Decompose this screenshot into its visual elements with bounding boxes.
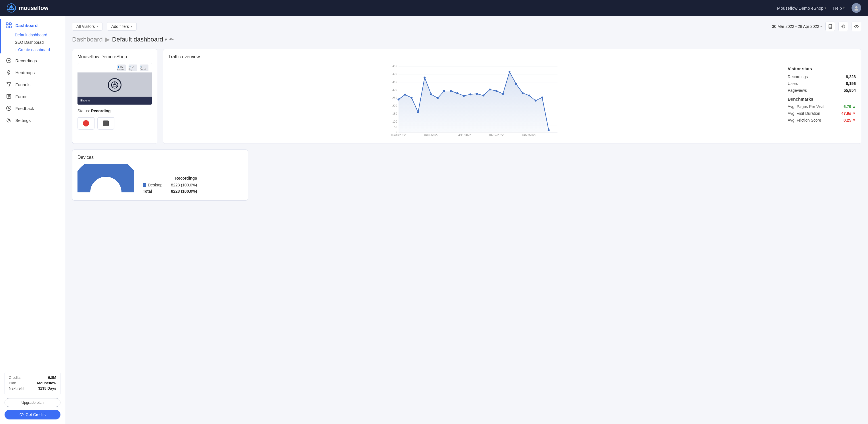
svg-text:400: 400 xyxy=(392,73,397,76)
visitors-filter-button[interactable]: All Visitors ▾ xyxy=(72,22,102,31)
bench-val-friction: 0.25 xyxy=(844,118,851,122)
sidebar-sub-seo-dashboard[interactable]: SEO Dashborad xyxy=(15,39,65,46)
topnav-right: Mouseflow Demo eShop ▾ Help ▾ xyxy=(777,3,861,13)
toolbar-right: 30 Mar 2022 - 28 Apr 2022 ▾ xyxy=(772,22,861,31)
traffic-card-title: Traffic overview xyxy=(168,54,856,59)
svg-point-59 xyxy=(476,93,478,95)
svg-point-62 xyxy=(496,90,498,92)
help-chevron: ▾ xyxy=(843,6,845,10)
legend-label-desktop: Desktop xyxy=(143,183,162,187)
edit-dashboard-button[interactable]: ✏ xyxy=(169,36,174,43)
stat-label-users: Users xyxy=(788,81,798,86)
screenshot-nav: ☰ Menu xyxy=(78,96,152,105)
bench-val-pages: 6.79 xyxy=(844,104,851,109)
legend-value-desktop: 8223 (100.0%) xyxy=(171,183,197,187)
traffic-inner: 450 400 350 300 250 200 150 100 50 0 xyxy=(168,63,856,138)
code-button[interactable] xyxy=(851,22,861,31)
svg-point-48 xyxy=(404,94,406,96)
breadcrumb-separator: ▶ xyxy=(105,36,110,43)
legend-total-label: Total xyxy=(143,189,152,194)
svg-text:100: 100 xyxy=(392,120,397,123)
sidebar-funnels-label: Funnels xyxy=(15,82,30,87)
devices-legend: Recordings Desktop 8223 (100.0%) Total 8… xyxy=(143,176,197,195)
sidebar-item-settings[interactable]: Settings xyxy=(0,114,65,126)
print-button[interactable] xyxy=(826,22,835,31)
sidebar-sub-create-dashboard[interactable]: + Create dashboard xyxy=(15,46,65,53)
svg-point-49 xyxy=(411,97,413,99)
logo[interactable]: mouseflow xyxy=(7,3,48,12)
stat-label-recordings: Recordings xyxy=(788,75,808,79)
sidebar-section-dashboard: Dashboard Default dashboard SEO Dashbora… xyxy=(0,19,65,53)
stat-value-recordings: 8,223 xyxy=(846,75,856,79)
breadcrumb-current-label: Default dashboard xyxy=(112,36,163,43)
cards-row: Mouseflow Demo eShop 👤 My Account 🛒 My B… xyxy=(72,49,861,144)
svg-point-2 xyxy=(10,6,12,8)
add-filters-chevron: ▾ xyxy=(130,25,132,28)
svg-rect-7 xyxy=(6,26,8,28)
record-button[interactable] xyxy=(78,117,95,130)
help-menu[interactable]: Help ▾ xyxy=(833,6,845,10)
breadcrumb-root[interactable]: Dashboard xyxy=(72,36,103,43)
demo-card-title: Mouseflow Demo eShop xyxy=(78,54,152,59)
visitor-stats: Visitor stats Recordings 8,223 Users 8,1… xyxy=(788,63,856,138)
svg-rect-5 xyxy=(6,23,8,25)
user-avatar[interactable] xyxy=(851,3,861,13)
dashboard-icon xyxy=(6,22,12,28)
play-icon xyxy=(6,57,12,64)
sidebar-item-funnels[interactable]: Funnels xyxy=(0,79,65,90)
svg-point-51 xyxy=(424,77,426,79)
sidebar-item-heatmaps[interactable]: Heatmaps xyxy=(0,66,65,79)
svg-point-55 xyxy=(450,90,452,92)
sidebar-item-dashboard[interactable]: Dashboard xyxy=(0,19,65,31)
date-range-selector[interactable]: 30 Mar 2022 - 28 Apr 2022 ▾ xyxy=(772,24,822,29)
svg-point-21 xyxy=(831,26,831,27)
sidebar-nav: Dashboard Default dashboard SEO Dashbora… xyxy=(0,16,65,130)
avatar-icon xyxy=(854,5,859,10)
project-selector[interactable]: Mouseflow Demo eShop ▾ xyxy=(777,6,826,10)
traffic-overview-card: Traffic overview xyxy=(163,49,861,144)
toolbar-left: All Visitors ▾ Add filters ▾ xyxy=(72,22,136,31)
settings-icon xyxy=(6,117,12,123)
sidebar-item-recordings[interactable]: Recordings xyxy=(0,55,65,66)
active-bar xyxy=(0,19,1,53)
svg-point-58 xyxy=(469,93,471,95)
sidebar-recordings-label: Recordings xyxy=(15,58,37,63)
svg-rect-6 xyxy=(9,23,11,25)
devices-card-title: Devices xyxy=(78,155,243,160)
sidebar-item-forms[interactable]: Forms xyxy=(0,90,65,102)
demo-status: Status: Recording xyxy=(78,109,152,113)
get-credits-button[interactable]: Get Credits xyxy=(4,410,60,420)
screenshot-icon-1: 👤 My Account xyxy=(117,64,126,71)
svg-point-15 xyxy=(6,106,11,111)
sidebar-dashboard-label: Dashboard xyxy=(15,23,37,28)
stop-button[interactable] xyxy=(97,117,114,130)
record-dot xyxy=(83,120,89,126)
stop-square xyxy=(103,120,109,126)
handshake-icon xyxy=(19,412,24,417)
svg-text:04/11/2022: 04/11/2022 xyxy=(457,134,471,137)
svg-point-53 xyxy=(437,97,439,99)
svg-point-54 xyxy=(443,90,445,92)
forms-icon xyxy=(6,93,12,100)
sidebar-sub-default-dashboard[interactable]: Default dashboard xyxy=(15,31,65,39)
arrow-up-icon: ▲ xyxy=(852,105,856,109)
traffic-chart: 450 400 350 300 250 200 150 100 50 0 xyxy=(168,63,782,137)
arrow-down-icon-duration: ▼ xyxy=(852,111,856,115)
svg-point-68 xyxy=(535,100,537,102)
svg-text:200: 200 xyxy=(392,104,397,107)
upgrade-plan-button[interactable]: Upgrade plan xyxy=(4,398,60,407)
stat-row-recordings: Recordings 8,223 xyxy=(788,75,856,79)
sidebar-item-feedback[interactable]: Feedback xyxy=(0,102,65,114)
refill-row: Next refill 3135 Days xyxy=(9,386,56,391)
screenshot-icon-2: 🛒 My Bag xyxy=(129,64,137,71)
svg-point-4 xyxy=(855,9,858,10)
devices-chart xyxy=(78,164,134,195)
svg-rect-19 xyxy=(829,24,832,26)
svg-point-70 xyxy=(548,129,550,131)
bench-value-friction: 0.25 ▼ xyxy=(844,118,856,122)
breadcrumb-chevron[interactable]: ▾ xyxy=(165,36,167,43)
svg-point-22 xyxy=(843,26,844,27)
logo-icon xyxy=(7,3,16,12)
settings-button[interactable] xyxy=(838,22,848,31)
add-filters-button[interactable]: Add filters ▾ xyxy=(107,22,136,31)
